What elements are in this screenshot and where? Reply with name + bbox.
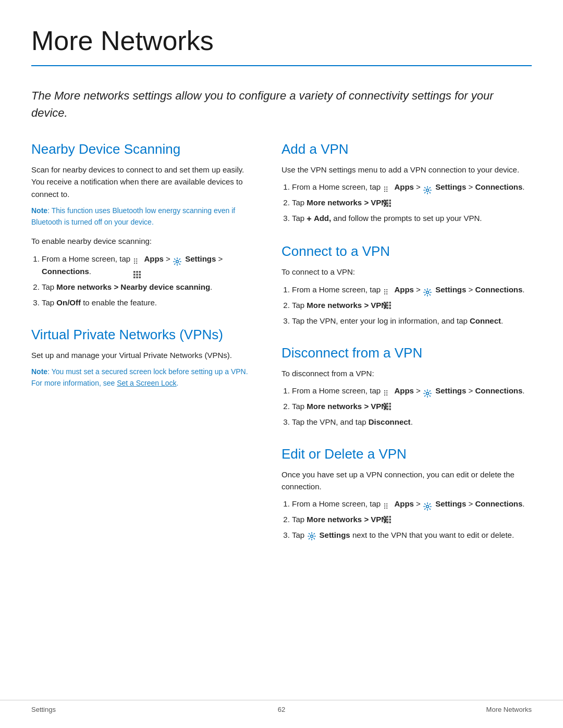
svg-rect-35 — [389, 405, 391, 408]
svg-rect-30 — [384, 403, 386, 405]
svg-rect-45 — [389, 519, 391, 521]
svg-point-19 — [426, 189, 429, 191]
list-item: Tap the VPN, and tap Disconnect. — [292, 416, 532, 428]
svg-rect-12 — [389, 200, 391, 202]
svg-rect-13 — [384, 202, 386, 204]
list-item: Tap On/Off to enable the feature. — [42, 297, 250, 309]
list-item: Tap More networks > VPN. — [292, 400, 532, 413]
connect-vpn-title: Connect to a VPN — [282, 243, 532, 260]
svg-rect-34 — [386, 405, 388, 408]
list-item: From a Home screen, tap Apps > Settings … — [292, 283, 532, 296]
connect-vpn-steps: From a Home screen, tap Apps > Settings … — [282, 283, 532, 327]
vpn-desc: Set up and manage your Virtual Private N… — [31, 349, 250, 361]
svg-rect-4 — [136, 274, 138, 276]
list-item: Tap the VPN, enter your log in informati… — [292, 315, 532, 327]
footer-right: More Networks — [486, 706, 532, 713]
svg-rect-7 — [136, 276, 138, 278]
add-vpn-steps: From a Home screen, tap Apps > Settings … — [282, 181, 532, 226]
list-item: Tap More networks > Nearby device scanni… — [42, 281, 250, 293]
edit-vpn-title: Edit or Delete a VPN — [282, 446, 532, 462]
svg-rect-6 — [133, 276, 136, 278]
svg-rect-16 — [384, 205, 386, 207]
page-footer: Settings 62 More Networks — [0, 700, 563, 713]
svg-point-50 — [311, 535, 313, 538]
svg-rect-20 — [384, 302, 386, 304]
svg-rect-46 — [384, 522, 386, 524]
nearby-desc: Scan for nearby devices to connect to an… — [31, 164, 250, 200]
svg-rect-17 — [386, 205, 388, 207]
settings-icon — [423, 183, 433, 192]
list-item: From a Home screen, tap Apps > Settings … — [292, 498, 532, 510]
svg-rect-0 — [133, 271, 136, 273]
vpn-section-title: Virtual Private Networks (VPNs) — [31, 327, 250, 343]
intro-text: The More networks settings allow you to … — [31, 87, 532, 121]
apps-icon — [133, 255, 141, 264]
svg-rect-3 — [133, 274, 136, 276]
disconnect-vpn-steps: From a Home screen, tap Apps > Settings … — [282, 385, 532, 428]
svg-rect-31 — [386, 403, 388, 405]
svg-rect-37 — [386, 408, 388, 410]
list-item: Tap + Add, and follow the prompts to set… — [292, 212, 532, 226]
settings-icon — [423, 286, 433, 295]
svg-rect-22 — [389, 302, 391, 304]
svg-rect-11 — [386, 200, 388, 202]
disconnect-vpn-title: Disconnect from a VPN — [282, 345, 532, 361]
svg-rect-40 — [384, 516, 386, 518]
svg-point-39 — [426, 392, 429, 394]
page-title: More Networks — [31, 26, 532, 56]
svg-rect-36 — [384, 408, 386, 410]
right-column: Add a VPN Use the VPN settings menu to a… — [282, 141, 532, 547]
svg-rect-10 — [384, 200, 386, 202]
svg-rect-32 — [389, 403, 391, 405]
svg-rect-28 — [389, 307, 391, 309]
svg-rect-8 — [139, 276, 141, 278]
plus-icon: + — [307, 215, 311, 224]
list-item: Tap Settings next to the VPN that you wa… — [292, 529, 532, 542]
footer-page-number: 62 — [278, 706, 285, 713]
svg-rect-25 — [389, 304, 391, 306]
svg-rect-24 — [386, 304, 388, 306]
svg-rect-1 — [136, 271, 138, 273]
apps-icon — [383, 500, 391, 509]
vpn-note-label: Note — [31, 367, 47, 376]
list-item: From a Home screen, tap Apps > Settings … — [42, 253, 250, 278]
svg-rect-41 — [386, 516, 388, 518]
two-column-layout: Nearby Device Scanning Scan for nearby d… — [31, 141, 532, 547]
left-column: Nearby Device Scanning Scan for nearby d… — [31, 141, 250, 547]
nearby-steps-list: From a Home screen, tap Apps > Settings … — [31, 253, 250, 309]
svg-rect-18 — [389, 205, 391, 207]
apps-icon — [383, 286, 391, 294]
list-item: Tap More networks > VPN. — [292, 196, 532, 209]
svg-rect-14 — [386, 202, 388, 204]
svg-point-29 — [426, 291, 429, 293]
apps-icon — [383, 387, 391, 396]
svg-rect-5 — [139, 274, 141, 276]
svg-point-9 — [176, 260, 179, 263]
vpn-note: Note: You must set a secured screen lock… — [31, 366, 250, 389]
nearby-section-title: Nearby Device Scanning — [31, 141, 250, 157]
screen-lock-link[interactable]: Set a Screen Lock — [117, 379, 176, 387]
nearby-note-body: : This function uses Bluetooth low energ… — [31, 206, 235, 226]
settings-icon — [173, 255, 182, 264]
svg-rect-15 — [389, 202, 391, 204]
list-item: From a Home screen, tap Apps > Settings … — [292, 181, 532, 193]
nearby-enable-text: To enable nearby device scanning: — [31, 235, 250, 247]
vpn-note-end: . — [177, 379, 179, 387]
edit-vpn-steps: From a Home screen, tap Apps > Settings … — [282, 498, 532, 542]
list-item: Tap More networks > VPN. — [292, 299, 532, 312]
edit-vpn-desc: Once you have set up a VPN connection, y… — [282, 468, 532, 493]
nearby-note-label: Note — [31, 206, 47, 215]
disconnect-vpn-intro: To disconnect from a VPN: — [282, 367, 532, 379]
svg-rect-2 — [139, 271, 141, 273]
title-rule — [31, 65, 532, 66]
gear-icon — [308, 529, 316, 542]
footer-left: Settings — [31, 706, 56, 713]
svg-rect-27 — [386, 307, 388, 309]
svg-rect-33 — [384, 405, 386, 408]
add-vpn-desc: Use the VPN settings menu to add a VPN c… — [282, 164, 532, 176]
nearby-note: Note: This function uses Bluetooth low e… — [31, 205, 250, 228]
svg-rect-44 — [386, 519, 388, 521]
settings-icon — [423, 387, 433, 396]
list-item: Tap More networks > VPN. — [292, 513, 532, 526]
list-item: From a Home screen, tap Apps > Settings … — [292, 385, 532, 397]
